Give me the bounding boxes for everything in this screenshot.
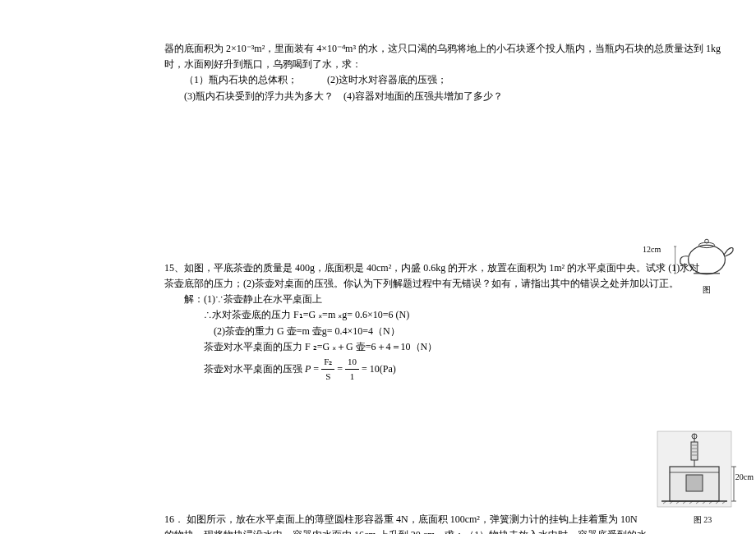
problem-15: 15、如图，平底茶壶的质量是 400g，底面积是 40cm²，内盛 0.6kg … bbox=[164, 260, 731, 384]
problem-14-line3: （1）瓶内石块的总体积； (2)这时水对容器底的压强； bbox=[164, 72, 731, 88]
problem-14-line4: (3)瓶内石块受到的浮力共为多大？ (4)容器对地面的压强共增加了多少？ bbox=[164, 89, 731, 104]
problem-15-sol2: ∴水对茶壶底的压力 F₁=G ₓ=m ₓg= 0.6×10=6 (N) bbox=[164, 307, 731, 323]
teapot-icon bbox=[674, 230, 740, 279]
container-icon bbox=[653, 427, 744, 509]
problem-15-sol1: 解：(1)∵茶壶静止在水平桌面上 bbox=[164, 292, 731, 307]
frac2-num: 10 bbox=[345, 355, 359, 371]
teapot-caption: 图 bbox=[666, 284, 748, 296]
container-height-label: 20cm bbox=[735, 472, 754, 481]
frac1-den: S bbox=[321, 370, 334, 384]
frac1-num: F₂ bbox=[321, 355, 334, 371]
frac2-den: 1 bbox=[345, 370, 359, 384]
sol5-prefix: 茶壶对水平桌面的压强 bbox=[204, 363, 305, 375]
svg-rect-10 bbox=[691, 442, 698, 460]
problem-15-intro2: 茶壶底部的压力；(2)茶壶对桌面的压强。你认为下列解题过程中有无错误？如有，请指… bbox=[164, 276, 731, 292]
problem-14-line1: 器的底面积为 2×10⁻³m²，里面装有 4×10⁻⁴m³ 的水，这只口渴的乌鸦… bbox=[164, 41, 731, 57]
problem-16-line1: 16． 如图所示，放在水平桌面上的薄壁圆柱形容器重 4N，底面积 100cm²，… bbox=[164, 512, 731, 527]
container-caption: 图 23 bbox=[653, 514, 752, 526]
sol5-p: P bbox=[305, 363, 311, 375]
problem-15-sol3: (2)茶壶的重力 G 壶=m 壶g= 0.4×10=4（N） bbox=[164, 324, 731, 339]
sol5-eq1: = bbox=[313, 363, 321, 375]
container-figure: 20cm 图 23 bbox=[653, 427, 752, 526]
sol5-eq2: = bbox=[337, 363, 345, 375]
teapot-height-label: 12cm bbox=[643, 245, 661, 254]
teapot-figure: 12cm 图 bbox=[666, 230, 748, 296]
svg-rect-18 bbox=[686, 475, 703, 491]
sol5-result: = 10(Pa) bbox=[362, 363, 396, 375]
problem-14: 器的底面积为 2×10⁻³m²，里面装有 4×10⁻⁴m³ 的水，这只口渴的乌鸦… bbox=[164, 41, 731, 104]
fraction-1: F₂ S bbox=[321, 355, 334, 384]
svg-point-0 bbox=[689, 245, 726, 274]
problem-15-sol4: 茶壶对水平桌面的压力 F ₂=G ₓ＋G 壶=6＋4＝10（N） bbox=[164, 339, 731, 355]
problem-16-line2: 的物块，现将物块浸没水中，容器内水面由 16cm 上升到 20 cm．求：（1）… bbox=[164, 527, 731, 534]
problem-16: 16． 如图所示，放在水平桌面上的薄壁圆柱形容器重 4N，底面积 100cm²，… bbox=[164, 512, 731, 534]
problem-15-sol5: 茶壶对水平桌面的压强 P = F₂ S = 10 1 = 10(Pa) bbox=[164, 355, 731, 384]
problem-15-intro1: 15、如图，平底茶壶的质量是 400g，底面积是 40cm²，内盛 0.6kg … bbox=[164, 260, 731, 276]
fraction-2: 10 1 bbox=[345, 355, 359, 384]
problem-14-line2: 时，水面刚好升到瓶口，乌鸦喝到了水，求： bbox=[164, 57, 731, 72]
